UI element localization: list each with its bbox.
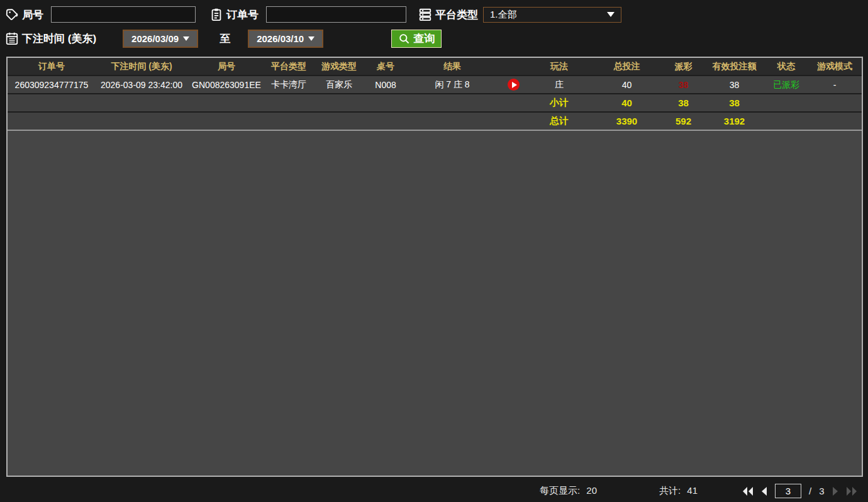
filter-row-bottom: 下注时间 (美东) 2026/03/09 至 2026/03/10 查询 (5, 28, 442, 48)
cell-valid-bet: 38 (704, 80, 765, 90)
subtotal-valid-bet: 38 (704, 98, 765, 108)
date-to-picker[interactable]: 2026/03/10 (248, 30, 323, 48)
header-valid-bet: 有效投注额 (704, 61, 765, 72)
header-bet-time: 下注时间 (美东) (96, 61, 187, 72)
header-round-id: 局号 (187, 61, 265, 72)
cell-table-no: N008 (366, 80, 405, 90)
date-from-value: 2026/03/09 (131, 33, 179, 44)
chevron-down-icon (183, 36, 189, 41)
chevron-down-icon (607, 12, 615, 17)
table-header-row: 订单号 下注时间 (美东) 局号 平台类型 游戏类型 桌号 结果 玩法 总投注 … (8, 58, 862, 76)
chevron-down-icon (308, 36, 314, 41)
bet-records-screen: 局号 订单号 平台类型 1. (0, 0, 868, 502)
subtotal-total-bet: 40 (591, 98, 663, 108)
bet-records-table: 订单号 下注时间 (美东) 局号 平台类型 游戏类型 桌号 结果 玩法 总投注 … (6, 57, 863, 477)
total-total-bet: 3390 (591, 116, 663, 126)
header-total-bet: 总投注 (591, 61, 663, 72)
calendar-icon (5, 31, 19, 45)
cell-platform: 卡卡湾厅 (265, 79, 312, 91)
header-game-type: 游戏类型 (312, 61, 366, 72)
platform-type-selected-value: 1.全部 (490, 9, 517, 21)
date-to-value: 2026/03/10 (257, 33, 304, 44)
cell-result: 闲 7 庄 8 (405, 79, 499, 91)
header-result: 结果 (405, 61, 499, 72)
header-platform: 平台类型 (265, 61, 312, 72)
total-row: 总计 3390 592 3192 (8, 113, 862, 131)
order-no-label: 订单号 (226, 8, 259, 22)
query-button-label: 查询 (413, 31, 435, 46)
subtotal-label: 小计 (528, 97, 591, 109)
subtotal-row: 小计 40 38 38 (8, 94, 862, 113)
next-page-icon[interactable] (832, 486, 838, 496)
cell-round-id: GN008263091EE (187, 80, 265, 90)
query-button[interactable]: 查询 (391, 30, 442, 48)
platform-type-label: 平台类型 (435, 8, 478, 22)
prev-page-icon[interactable] (761, 486, 767, 496)
total-valid-bet: 3192 (704, 116, 765, 126)
page-number-input[interactable] (775, 484, 801, 498)
header-play-type: 玩法 (528, 61, 591, 72)
clipboard-icon (209, 8, 223, 21)
header-game-mode: 游戏模式 (808, 61, 862, 72)
cell-bet-time: 2026-03-09 23:42:00 (96, 80, 187, 90)
cell-order-id: 260309234777175 (8, 80, 96, 90)
date-from-picker[interactable]: 2026/03/09 (123, 30, 198, 48)
play-video-button[interactable] (508, 79, 520, 91)
server-icon (418, 8, 432, 21)
tag-icon (5, 8, 19, 21)
total-pages: 3 (819, 486, 824, 496)
date-range-to-label: 至 (220, 31, 230, 46)
subtotal-payout: 38 (663, 98, 704, 108)
search-icon (398, 33, 410, 45)
page-navigation: / 3 (742, 484, 857, 498)
order-no-input[interactable] (266, 6, 406, 23)
cell-video (499, 79, 528, 91)
header-status: 状态 (765, 61, 808, 72)
total-count-value: 41 (687, 485, 698, 496)
pagination-bar: 每页显示: 20 共计: 41 / 3 (0, 482, 868, 502)
cell-status: 已派彩 (765, 79, 808, 91)
cell-game-mode: - (808, 80, 862, 90)
bet-time-label: 下注时间 (美东) (22, 31, 96, 46)
filter-row-top: 局号 订单号 平台类型 1. (5, 5, 621, 24)
per-page-info: 每页显示: 20 (540, 485, 597, 497)
total-label: 总计 (528, 115, 591, 127)
total-count-info: 共计: 41 (659, 485, 698, 497)
cell-payout: 38 (663, 80, 704, 90)
round-no-input[interactable] (51, 6, 196, 23)
header-payout: 派彩 (663, 61, 704, 72)
total-payout: 592 (663, 116, 704, 126)
header-table-no: 桌号 (366, 61, 405, 72)
first-page-icon[interactable] (742, 486, 754, 496)
play-icon (512, 82, 517, 88)
table-row: 260309234777175 2026-03-09 23:42:00 GN00… (8, 76, 862, 94)
header-order-id: 订单号 (8, 61, 96, 72)
cell-game-type: 百家乐 (312, 79, 366, 91)
page-separator: / (809, 486, 811, 496)
total-count-label: 共计: (659, 485, 681, 496)
per-page-label: 每页显示: (540, 485, 580, 496)
platform-type-select[interactable]: 1.全部 (483, 7, 621, 23)
round-no-label: 局号 (22, 8, 43, 22)
cell-play-type: 庄 (528, 79, 591, 91)
cell-total-bet: 40 (591, 80, 663, 90)
last-page-icon[interactable] (846, 486, 857, 496)
per-page-value: 20 (586, 485, 597, 496)
